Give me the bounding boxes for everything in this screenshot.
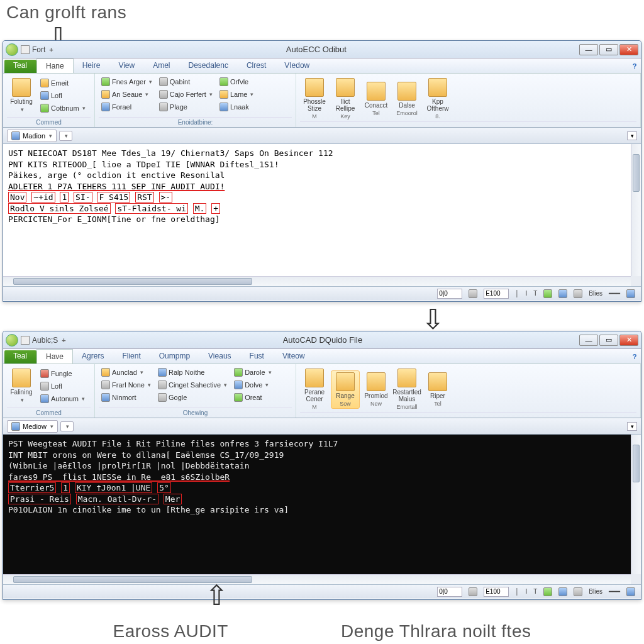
ribbon-big-dalse[interactable]: DalseEmoorol (392, 80, 421, 118)
tab-7[interactable]: Viteow (274, 349, 314, 364)
help-icon[interactable]: ? (628, 58, 641, 73)
status-field-2[interactable] (484, 289, 509, 299)
app-orb-icon[interactable] (6, 334, 18, 347)
status-btn[interactable] (541, 289, 554, 299)
ribbon-big-ilict-rellipe[interactable]: Ilict RellipeKey (331, 76, 360, 121)
status-btn[interactable] (572, 587, 584, 597)
status-field-1[interactable] (437, 289, 462, 299)
status-slider[interactable]: ━━━ (607, 289, 622, 297)
tab-2[interactable]: Heire (74, 58, 110, 73)
ribbon-item-lofl[interactable]: Lofl (38, 380, 87, 392)
expand-button[interactable]: ▾ (627, 131, 637, 140)
tab-7[interactable]: VIedow (275, 58, 319, 73)
view-button[interactable] (625, 289, 637, 299)
doc-tab[interactable]: Fort (32, 45, 45, 54)
scroll-thumb[interactable] (13, 278, 252, 285)
close-button[interactable]: ✕ (619, 335, 638, 346)
status-btn[interactable] (557, 289, 569, 299)
editor[interactable]: UST NEIECOAT DS18T Mee Tdes_la 19/ Chier… (3, 144, 641, 286)
tab-file[interactable]: Teal (4, 60, 36, 73)
help-icon[interactable]: ? (628, 349, 641, 364)
status-slider[interactable]: ━━━ (607, 587, 622, 596)
minimize-button[interactable]: — (579, 44, 598, 55)
ribbon-item-b3[interactable]: Gogle (155, 392, 230, 403)
expand-button[interactable]: ▾ (627, 422, 637, 431)
status-btn[interactable]: I (523, 289, 529, 297)
tab-6[interactable]: Fust (241, 349, 274, 364)
maximize-button[interactable]: ▭ (599, 335, 618, 346)
ribbon-item-a2[interactable]: An Seaue▾ (99, 89, 155, 100)
scrollbar-horizontal[interactable] (3, 574, 631, 584)
tab-2[interactable]: Agrers (73, 349, 113, 364)
scroll-thumb[interactable] (633, 445, 640, 482)
tab-4[interactable]: Amel (144, 58, 179, 73)
ribbon-big-riper[interactable]: RiperTel (423, 370, 452, 409)
status-btn[interactable] (541, 587, 554, 597)
ribbon-big-kpp-oftherw[interactable]: Kpp Oftherw8. (423, 76, 452, 121)
ribbon-item-c1[interactable]: Darole▾ (231, 367, 274, 378)
ribbon-big-range[interactable]: RangeSow (331, 370, 360, 409)
ribbon-item-b1[interactable]: Ralp Noithe (155, 367, 230, 378)
tab-home[interactable]: Hane (36, 58, 74, 73)
status-btn[interactable]: I (523, 587, 529, 596)
maximize-button[interactable]: ▭ (599, 44, 618, 55)
ribbon-item-c1[interactable]: Orfvle (217, 76, 257, 87)
ribbon-item-c3[interactable]: Oreat (231, 392, 274, 403)
ribbon-item-c2[interactable]: Dolve▾ (231, 379, 274, 391)
ribbon-item-b3[interactable]: Plage (157, 101, 215, 113)
tab-6[interactable]: Clrest (238, 58, 275, 73)
style-extra[interactable]: ▾ (60, 421, 74, 431)
tab-5[interactable]: Vieaus (199, 349, 240, 364)
editor-text[interactable]: UST NEIECOAT DS18T Mee Tdes_la 19/ Chier… (3, 144, 641, 229)
scrollbar-vertical[interactable] (631, 144, 641, 276)
minimize-button[interactable]: — (579, 335, 598, 346)
titlebar[interactable]: Fort + AutoECC Odibut — ▭ ✕ (3, 41, 641, 58)
status-btn[interactable] (572, 289, 584, 299)
ribbon-item-a3[interactable]: Forael (99, 101, 155, 113)
ribbon-big-restartled-maius[interactable]: Restartled MaiusEmortall (392, 367, 421, 412)
view-button[interactable] (625, 587, 637, 597)
ribbon-item-c3[interactable]: Lnaak (217, 101, 257, 113)
ribbon-big-1[interactable]: Foluting ▾ (7, 76, 36, 114)
status-btn[interactable]: T (531, 587, 539, 596)
ribbon-item-lofl[interactable]: Lofl (38, 90, 88, 101)
status-field-2[interactable] (484, 587, 509, 597)
status-field-1[interactable] (437, 587, 462, 597)
ribbon-item-fungle[interactable]: Fungle (38, 368, 87, 379)
style-select[interactable]: Madion▾ (7, 130, 57, 142)
ribbon-item-emeit[interactable]: Emeit (38, 77, 88, 89)
doc-tab[interactable]: Aubic;S (32, 336, 58, 345)
ribbon-item-autonum[interactable]: Autonum▾ (38, 393, 87, 404)
ribbon-big-1[interactable]: Falining ▾ (7, 367, 36, 405)
editor[interactable]: PST Weegteat AUDIT File i Rit Piline fil… (3, 435, 641, 584)
ribbon-big-promiod[interactable]: PromiodNew (362, 370, 391, 409)
ribbon-big-perane-cener[interactable]: Perane CenerM (300, 367, 329, 412)
tab-file[interactable]: Teal (4, 350, 36, 364)
tab-5[interactable]: Desedalenc (180, 58, 238, 73)
tab-4[interactable]: Oumpmp (150, 349, 199, 364)
ribbon-item-a2[interactable]: Frarl None▾ (99, 379, 153, 391)
ribbon-item-a3[interactable]: Ninmort (99, 392, 153, 403)
ribbon-item-b1[interactable]: Qabint (157, 76, 215, 87)
ribbon-big-phossle-stize[interactable]: Phossle StizeM (300, 76, 329, 121)
app-orb-icon[interactable] (6, 43, 18, 56)
ribbon-item-cotbnum[interactable]: Cotbnum▾ (38, 103, 88, 114)
style-extra[interactable]: ▾ (59, 131, 72, 141)
ribbon-big-conacct[interactable]: ConacctTel (362, 80, 391, 118)
tab-3[interactable]: Flient (113, 349, 150, 364)
close-button[interactable]: ✕ (619, 44, 638, 55)
ribbon-item-b2[interactable]: Cinget Sahective▾ (155, 379, 230, 391)
ribbon-item-c2[interactable]: Lame▾ (217, 89, 257, 100)
ribbon-item-a1[interactable]: Aunclad▾ (99, 367, 153, 378)
status-icon[interactable] (467, 289, 479, 299)
tab-home[interactable]: Have (36, 349, 73, 364)
tab-3[interactable]: View (109, 58, 144, 73)
ribbon-item-b2[interactable]: Cajo Ferfert▾ (157, 89, 215, 100)
status-btn[interactable]: T (531, 289, 539, 297)
scrollbar-vertical[interactable] (631, 435, 641, 574)
status-btn[interactable] (557, 587, 569, 597)
ribbon-item-a1[interactable]: Fnes Arger▾ (99, 76, 155, 87)
titlebar[interactable]: Aubic;S + AutoCAD DQuido File — ▭ ✕ (3, 331, 641, 349)
editor-text[interactable]: PST Weegteat AUDIT File i Rit Piline fil… (3, 435, 641, 519)
status-icon[interactable] (467, 587, 479, 597)
